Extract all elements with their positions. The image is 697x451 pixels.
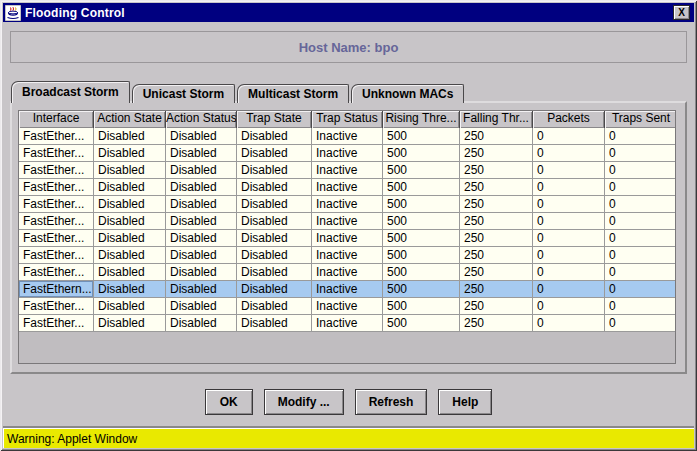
table-cell[interactable]: Disabled	[166, 196, 237, 213]
table-cell[interactable]: Disabled	[237, 281, 312, 298]
table-cell[interactable]: Disabled	[94, 179, 166, 196]
table-row[interactable]: FastEther...DisabledDisabledDisabledInac…	[19, 264, 675, 281]
table-row[interactable]: FastEther...DisabledDisabledDisabledInac…	[19, 162, 675, 179]
column-header-packets[interactable]: Packets	[533, 111, 605, 128]
table-cell[interactable]: 500	[383, 264, 460, 281]
table-cell[interactable]: 250	[460, 315, 533, 332]
table-cell[interactable]: Disabled	[94, 264, 166, 281]
table-cell[interactable]: Disabled	[237, 315, 312, 332]
table-cell[interactable]: 0	[605, 179, 676, 196]
table-cell[interactable]: 500	[383, 179, 460, 196]
column-header-falling-thr[interactable]: Falling Thr...	[460, 111, 533, 128]
table-cell[interactable]: 0	[533, 230, 605, 247]
table-cell[interactable]: 0	[533, 264, 605, 281]
table-row[interactable]: FastEthern...DisabledDisabledDisabledIna…	[19, 281, 675, 298]
table-row[interactable]: FastEther...DisabledDisabledDisabledInac…	[19, 179, 675, 196]
table-cell[interactable]: 0	[605, 128, 676, 145]
table-cell[interactable]: 0	[605, 281, 676, 298]
table-cell[interactable]: Disabled	[166, 128, 237, 145]
table-cell[interactable]: Inactive	[312, 264, 383, 281]
table-cell[interactable]: FastEther...	[19, 145, 94, 162]
table-cell[interactable]: 250	[460, 247, 533, 264]
table-cell[interactable]: 0	[605, 162, 676, 179]
table-cell[interactable]: Disabled	[166, 145, 237, 162]
table-cell[interactable]: 250	[460, 281, 533, 298]
table-cell[interactable]: Disabled	[166, 298, 237, 315]
table-cell[interactable]: Disabled	[237, 264, 312, 281]
table-cell[interactable]: 250	[460, 162, 533, 179]
table-row[interactable]: FastEther...DisabledDisabledDisabledInac…	[19, 247, 675, 264]
modify-button[interactable]: Modify ...	[264, 389, 344, 415]
table-cell[interactable]: Inactive	[312, 162, 383, 179]
table-cell[interactable]: Disabled	[166, 213, 237, 230]
table-cell[interactable]: 250	[460, 298, 533, 315]
table-row[interactable]: FastEther...DisabledDisabledDisabledInac…	[19, 196, 675, 213]
table-cell[interactable]: FastEther...	[19, 298, 94, 315]
table-cell[interactable]: Disabled	[94, 247, 166, 264]
table-cell[interactable]: Inactive	[312, 179, 383, 196]
table-cell[interactable]: Disabled	[94, 298, 166, 315]
table-cell[interactable]: 500	[383, 145, 460, 162]
table-cell[interactable]: 250	[460, 179, 533, 196]
table-row[interactable]: FastEther...DisabledDisabledDisabledInac…	[19, 213, 675, 230]
table-cell[interactable]: Disabled	[94, 128, 166, 145]
table-cell[interactable]: 250	[460, 128, 533, 145]
table-cell[interactable]: Inactive	[312, 315, 383, 332]
table-cell[interactable]: 500	[383, 230, 460, 247]
table-cell[interactable]: 500	[383, 281, 460, 298]
table-cell[interactable]: 0	[533, 196, 605, 213]
table-cell[interactable]: 500	[383, 128, 460, 145]
table-cell[interactable]: Inactive	[312, 298, 383, 315]
table-cell[interactable]: FastEther...	[19, 315, 94, 332]
table-cell[interactable]: Disabled	[94, 281, 166, 298]
table-row[interactable]: FastEther...DisabledDisabledDisabledInac…	[19, 298, 675, 315]
table-cell[interactable]: FastEther...	[19, 247, 94, 264]
table-cell[interactable]: Disabled	[94, 162, 166, 179]
table-cell[interactable]: Disabled	[166, 315, 237, 332]
table-cell[interactable]: 250	[460, 196, 533, 213]
column-header-action-state[interactable]: Action State	[94, 111, 166, 128]
table-row[interactable]: FastEther...DisabledDisabledDisabledInac…	[19, 128, 675, 145]
table-row[interactable]: FastEther...DisabledDisabledDisabledInac…	[19, 230, 675, 247]
close-button[interactable]: X	[673, 5, 690, 20]
table-cell[interactable]: FastEther...	[19, 128, 94, 145]
table-cell[interactable]: Disabled	[237, 247, 312, 264]
table-cell[interactable]: Inactive	[312, 230, 383, 247]
table-cell[interactable]: Disabled	[237, 162, 312, 179]
table-cell[interactable]: 0	[605, 264, 676, 281]
table-cell[interactable]: Disabled	[94, 145, 166, 162]
table-cell[interactable]: Disabled	[94, 213, 166, 230]
table-cell[interactable]: Inactive	[312, 196, 383, 213]
table-cell[interactable]: Inactive	[312, 128, 383, 145]
table-cell[interactable]: Disabled	[166, 264, 237, 281]
table-cell[interactable]: Inactive	[312, 247, 383, 264]
table-cell[interactable]: 0	[533, 247, 605, 264]
table-cell[interactable]: 250	[460, 264, 533, 281]
column-header-trap-status[interactable]: Trap Status	[312, 111, 383, 128]
table-cell[interactable]: Disabled	[166, 179, 237, 196]
tab-unicast-storm[interactable]: Unicast Storm	[132, 84, 235, 103]
table-cell[interactable]: 250	[460, 213, 533, 230]
table-cell[interactable]: 0	[605, 230, 676, 247]
table-cell[interactable]: Disabled	[94, 315, 166, 332]
table-cell[interactable]: FastEther...	[19, 230, 94, 247]
table-cell[interactable]: Disabled	[237, 145, 312, 162]
table-cell[interactable]: FastEther...	[19, 213, 94, 230]
table-cell[interactable]: Disabled	[237, 213, 312, 230]
table-cell[interactable]: 0	[605, 298, 676, 315]
table-cell[interactable]: Disabled	[237, 128, 312, 145]
tab-multicast-storm[interactable]: Multicast Storm	[237, 84, 349, 103]
tab-unknown-macs[interactable]: Unknown MACs	[351, 84, 464, 103]
table-cell[interactable]: 0	[533, 179, 605, 196]
table-row[interactable]: FastEther...DisabledDisabledDisabledInac…	[19, 315, 675, 332]
table-cell[interactable]: Disabled	[166, 162, 237, 179]
table-cell[interactable]: Disabled	[237, 230, 312, 247]
table-cell[interactable]: 0	[605, 145, 676, 162]
column-header-trap-state[interactable]: Trap State	[237, 111, 312, 128]
table-cell[interactable]: Disabled	[166, 281, 237, 298]
table-cell[interactable]: Inactive	[312, 145, 383, 162]
table-cell[interactable]: 0	[533, 315, 605, 332]
table-cell[interactable]: FastEther...	[19, 264, 94, 281]
column-header-interface[interactable]: Interface	[19, 111, 94, 128]
table-cell[interactable]: 0	[533, 128, 605, 145]
